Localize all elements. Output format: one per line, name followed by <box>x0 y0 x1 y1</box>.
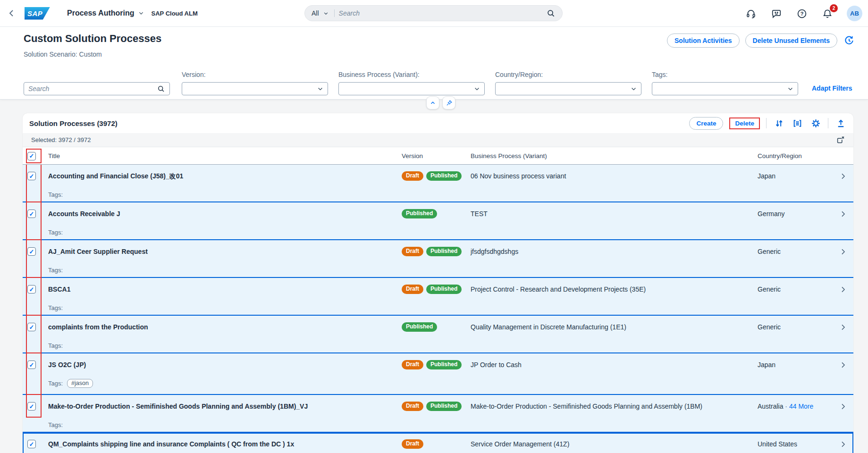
tags-label: Tags: <box>48 421 63 428</box>
filter-tags-select[interactable] <box>652 82 798 95</box>
export-icon[interactable] <box>834 117 847 129</box>
status-badge: Published <box>426 247 462 257</box>
filter-search-input[interactable]: Search <box>24 82 170 95</box>
select-all-checkbox[interactable]: ✓ <box>27 152 36 160</box>
table-column-header-row: ✓ Title Version Business Process (Varian… <box>23 147 853 165</box>
chevron-right-icon[interactable] <box>839 361 847 369</box>
adapt-filters-link[interactable]: Adapt Filters <box>812 84 852 92</box>
chevron-right-icon[interactable] <box>839 323 847 331</box>
chevron-right-icon[interactable] <box>839 210 847 218</box>
row-country: Generic <box>758 323 833 331</box>
country-more-separator: · <box>783 403 789 410</box>
row-title: AJ_Amit Ceer Supplier Request <box>48 248 148 255</box>
sap-logo[interactable]: SAP <box>25 7 50 20</box>
annotation-highlight-delete: Delete <box>729 117 760 129</box>
search-icon[interactable] <box>157 85 165 93</box>
page-actions: Solution Activities Delete Unused Elemen… <box>667 34 855 48</box>
solution-activities-button[interactable]: Solution Activities <box>667 34 740 48</box>
sort-icon[interactable] <box>773 117 785 129</box>
row-checkbox[interactable]: ✓ <box>27 323 36 331</box>
delete-unused-elements-button[interactable]: Delete Unused Elements <box>745 34 837 48</box>
pin-icon <box>446 100 453 107</box>
table-row[interactable]: ✓Accounting and Financial Close (J58)_改0… <box>23 165 853 202</box>
tag-chip[interactable]: #jason <box>67 379 93 388</box>
selection-status-bar: Selected: 3972 / 3972 <box>23 133 853 147</box>
help-icon[interactable]: ? <box>796 8 808 20</box>
settings-gear-icon[interactable] <box>809 117 822 129</box>
row-checkbox[interactable]: ✓ <box>27 402 36 411</box>
status-badge: Draft <box>402 171 423 181</box>
row-country: Generic <box>758 248 833 255</box>
filter-country-select[interactable] <box>495 82 641 95</box>
tags-label: Tags: <box>48 380 63 387</box>
filter-business-process-select[interactable] <box>338 82 485 95</box>
sap-logo-text: SAP <box>27 9 42 17</box>
back-button[interactable] <box>6 7 18 19</box>
search-icon[interactable] <box>547 9 556 18</box>
collapse-filter-bar-button[interactable] <box>426 96 439 109</box>
topbar-actions: ? 2 AB <box>745 0 862 27</box>
row-country: Germany <box>758 210 833 218</box>
feedback-chat-icon[interactable] <box>770 8 783 20</box>
country-more-link[interactable]: 44 More <box>789 403 813 410</box>
pin-filter-bar-button[interactable] <box>442 96 455 109</box>
topbar: SAP Process Authoring SAP Cloud ALM All … <box>0 0 868 27</box>
table-row[interactable]: ✓JS O2C (JP)DraftPublishedJP Order to Ca… <box>23 353 853 395</box>
group-icon[interactable] <box>791 117 803 129</box>
filter-version-select[interactable] <box>182 82 328 95</box>
notifications-bell-icon[interactable]: 2 <box>821 8 834 20</box>
column-header-country[interactable]: Country/Region <box>758 152 833 159</box>
chevron-right-icon[interactable] <box>839 285 847 294</box>
row-title: JS O2C (JP) <box>48 361 86 369</box>
column-header-business-process[interactable]: Business Process (Variant) <box>471 152 758 159</box>
chevron-down-icon <box>474 86 480 92</box>
table-row[interactable]: ✓AJ_Amit Ceer Supplier RequestDraftPubli… <box>23 240 853 278</box>
row-checkbox[interactable]: ✓ <box>27 172 36 180</box>
create-button[interactable]: Create <box>689 117 723 130</box>
table-row[interactable]: ✓Make-to-Order Production - Semifinished… <box>23 395 853 433</box>
row-checkbox[interactable]: ✓ <box>27 440 36 448</box>
table-row[interactable]: ✓complaints from the ProductionPublished… <box>23 316 853 353</box>
delete-button[interactable]: Delete <box>735 120 754 127</box>
row-checkbox[interactable]: ✓ <box>27 285 36 294</box>
row-title: Accounting and Financial Close (J58)_改01 <box>48 172 183 180</box>
table-row[interactable]: ✓QM_Complaints shipping line and insuran… <box>23 433 853 453</box>
status-badge: Published <box>402 322 437 332</box>
row-tags: Tags: <box>23 301 853 315</box>
table-header-bar: Solution Processes (3972) Create Delete <box>23 113 853 133</box>
table-row[interactable]: ✓Accounts Receivable JPublishedTESTGerma… <box>23 202 853 240</box>
history-icon[interactable] <box>843 34 855 47</box>
row-tags: Tags: <box>23 225 853 239</box>
table-rows: ✓Accounting and Financial Close (J58)_改0… <box>23 165 853 453</box>
clear-selection-icon[interactable] <box>836 135 845 144</box>
column-header-version[interactable]: Version <box>398 152 471 159</box>
row-business-process: JP Order to Cash <box>471 361 758 369</box>
search-scope-select[interactable]: All <box>312 9 319 17</box>
chevron-right-icon[interactable] <box>839 403 847 411</box>
row-tags: Tags: <box>23 338 853 352</box>
row-checkbox[interactable]: ✓ <box>27 361 36 369</box>
avatar[interactable]: AB <box>847 6 862 21</box>
tags-label: Tags: <box>48 342 63 349</box>
status-badge: Published <box>426 402 462 411</box>
svg-text:?: ? <box>801 10 804 16</box>
chevron-right-icon[interactable] <box>839 172 847 180</box>
support-headset-icon[interactable] <box>745 8 757 20</box>
chevron-down-icon <box>787 86 793 92</box>
row-checkbox[interactable]: ✓ <box>27 247 36 256</box>
chevron-down-icon <box>317 86 323 92</box>
app-title-menu[interactable]: Process Authoring <box>67 9 144 17</box>
column-header-title[interactable]: Title <box>44 152 398 159</box>
tags-label: Tags: <box>48 304 63 311</box>
row-tags: Tags: <box>23 263 853 277</box>
chevron-up-icon <box>430 100 436 106</box>
table-row[interactable]: ✓BSCA1DraftPublishedProject Control - Re… <box>23 278 853 316</box>
status-badge: Published <box>402 209 437 219</box>
page-title: Custom Solution Processes <box>24 33 161 45</box>
chevron-right-icon[interactable] <box>839 440 847 448</box>
row-country: Japan <box>758 172 833 180</box>
global-search[interactable]: All Search <box>304 5 563 21</box>
row-checkbox[interactable]: ✓ <box>27 210 36 218</box>
table-title: Solution Processes (3972) <box>29 119 118 127</box>
chevron-right-icon[interactable] <box>839 248 847 256</box>
